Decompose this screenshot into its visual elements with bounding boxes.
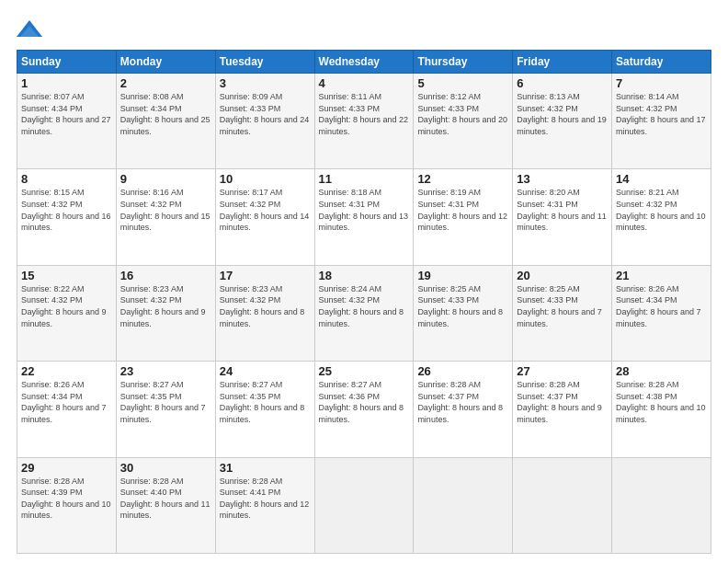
day-info: Sunrise: 8:28 AMSunset: 4:37 PMDaylight:… (417, 380, 503, 424)
header (17, 17, 711, 42)
calendar-cell: 9 Sunrise: 8:16 AMSunset: 4:32 PMDayligh… (116, 169, 215, 265)
calendar-week-2: 15 Sunrise: 8:22 AMSunset: 4:32 PMDaylig… (17, 265, 711, 361)
calendar-cell: 26 Sunrise: 8:28 AMSunset: 4:37 PMDaylig… (414, 362, 513, 457)
day-number: 7 (616, 76, 707, 90)
day-info: Sunrise: 8:28 AMSunset: 4:41 PMDaylight:… (220, 477, 310, 521)
day-info: Sunrise: 8:25 AMSunset: 4:33 PMDaylight:… (517, 284, 602, 328)
day-number: 9 (120, 172, 211, 186)
day-info: Sunrise: 8:28 AMSunset: 4:40 PMDaylight:… (120, 477, 210, 521)
calendar-cell: 30 Sunrise: 8:28 AMSunset: 4:40 PMDaylig… (116, 457, 215, 553)
day-number: 18 (319, 269, 410, 282)
calendar-week-0: 1 Sunrise: 8:07 AMSunset: 4:34 PMDayligh… (17, 74, 711, 169)
day-info: Sunrise: 8:14 AMSunset: 4:32 PMDaylight:… (616, 92, 706, 136)
day-number: 12 (417, 172, 508, 186)
day-info: Sunrise: 8:27 AMSunset: 4:36 PMDaylight:… (319, 380, 404, 424)
day-number: 20 (517, 269, 608, 282)
calendar-cell: 2 Sunrise: 8:08 AMSunset: 4:34 PMDayligh… (116, 74, 215, 169)
day-number: 6 (517, 76, 608, 90)
calendar-cell (414, 457, 513, 553)
calendar-cell: 1 Sunrise: 8:07 AMSunset: 4:34 PMDayligh… (17, 74, 117, 169)
day-info: Sunrise: 8:08 AMSunset: 4:34 PMDaylight:… (120, 92, 210, 136)
day-info: Sunrise: 8:24 AMSunset: 4:32 PMDaylight:… (319, 284, 404, 328)
day-info: Sunrise: 8:26 AMSunset: 4:34 PMDaylight:… (616, 284, 701, 328)
calendar-week-3: 22 Sunrise: 8:26 AMSunset: 4:34 PMDaylig… (17, 362, 711, 457)
calendar-cell: 4 Sunrise: 8:11 AMSunset: 4:33 PMDayligh… (314, 74, 414, 169)
day-info: Sunrise: 8:19 AMSunset: 4:31 PMDaylight:… (417, 188, 507, 232)
calendar-cell: 12 Sunrise: 8:19 AMSunset: 4:31 PMDaylig… (414, 169, 513, 265)
day-info: Sunrise: 8:17 AMSunset: 4:32 PMDaylight:… (220, 188, 310, 232)
day-info: Sunrise: 8:22 AMSunset: 4:32 PMDaylight:… (21, 284, 107, 328)
day-number: 21 (616, 269, 707, 282)
day-number: 4 (319, 76, 410, 90)
day-number: 2 (120, 76, 211, 90)
calendar-cell (314, 457, 414, 553)
calendar-cell: 20 Sunrise: 8:25 AMSunset: 4:33 PMDaylig… (513, 265, 612, 361)
calendar-cell (612, 457, 711, 553)
calendar-cell: 21 Sunrise: 8:26 AMSunset: 4:34 PMDaylig… (612, 265, 711, 361)
day-info: Sunrise: 8:11 AMSunset: 4:33 PMDaylight:… (319, 92, 409, 136)
day-number: 3 (220, 76, 311, 90)
calendar-cell (513, 457, 612, 553)
calendar-week-4: 29 Sunrise: 8:28 AMSunset: 4:39 PMDaylig… (17, 457, 711, 553)
day-number: 13 (517, 172, 608, 186)
day-info: Sunrise: 8:12 AMSunset: 4:33 PMDaylight:… (417, 92, 507, 136)
calendar-cell: 19 Sunrise: 8:25 AMSunset: 4:33 PMDaylig… (414, 265, 513, 361)
day-number: 14 (616, 172, 707, 186)
calendar-header-wednesday: Wednesday (314, 51, 414, 74)
day-info: Sunrise: 8:18 AMSunset: 4:31 PMDaylight:… (319, 188, 409, 232)
calendar-header-saturday: Saturday (612, 51, 711, 74)
day-number: 8 (21, 172, 112, 186)
calendar-header-sunday: Sunday (17, 51, 117, 74)
calendar-cell: 23 Sunrise: 8:27 AMSunset: 4:35 PMDaylig… (116, 362, 215, 457)
day-number: 31 (220, 461, 311, 475)
page: SundayMondayTuesdayWednesdayThursdayFrid… (0, 0, 728, 563)
calendar-cell: 5 Sunrise: 8:12 AMSunset: 4:33 PMDayligh… (414, 74, 513, 169)
day-number: 30 (120, 461, 211, 475)
day-info: Sunrise: 8:28 AMSunset: 4:38 PMDaylight:… (616, 380, 706, 424)
logo (17, 17, 46, 42)
day-number: 5 (417, 76, 508, 90)
calendar-header-thursday: Thursday (414, 51, 513, 74)
calendar-cell: 27 Sunrise: 8:28 AMSunset: 4:37 PMDaylig… (513, 362, 612, 457)
calendar-cell: 8 Sunrise: 8:15 AMSunset: 4:32 PMDayligh… (17, 169, 117, 265)
day-info: Sunrise: 8:15 AMSunset: 4:32 PMDaylight:… (21, 188, 111, 232)
logo-icon (17, 17, 42, 42)
day-number: 10 (220, 172, 311, 186)
day-number: 16 (120, 269, 211, 282)
calendar-cell: 16 Sunrise: 8:23 AMSunset: 4:32 PMDaylig… (116, 265, 215, 361)
calendar-cell: 14 Sunrise: 8:21 AMSunset: 4:32 PMDaylig… (612, 169, 711, 265)
day-number: 25 (319, 364, 410, 378)
day-number: 1 (21, 76, 112, 90)
day-number: 17 (220, 269, 311, 282)
calendar-body: 1 Sunrise: 8:07 AMSunset: 4:34 PMDayligh… (17, 74, 711, 554)
day-info: Sunrise: 8:28 AMSunset: 4:39 PMDaylight:… (21, 477, 111, 521)
calendar-header-tuesday: Tuesday (215, 51, 314, 74)
day-number: 15 (21, 269, 112, 282)
calendar-cell: 31 Sunrise: 8:28 AMSunset: 4:41 PMDaylig… (215, 457, 314, 553)
day-number: 11 (319, 172, 410, 186)
calendar-cell: 11 Sunrise: 8:18 AMSunset: 4:31 PMDaylig… (314, 169, 414, 265)
calendar-cell: 25 Sunrise: 8:27 AMSunset: 4:36 PMDaylig… (314, 362, 414, 457)
calendar-cell: 24 Sunrise: 8:27 AMSunset: 4:35 PMDaylig… (215, 362, 314, 457)
day-info: Sunrise: 8:25 AMSunset: 4:33 PMDaylight:… (417, 284, 503, 328)
day-info: Sunrise: 8:23 AMSunset: 4:32 PMDaylight:… (220, 284, 305, 328)
day-number: 24 (220, 364, 311, 378)
day-info: Sunrise: 8:20 AMSunset: 4:31 PMDaylight:… (517, 188, 607, 232)
day-info: Sunrise: 8:16 AMSunset: 4:32 PMDaylight:… (120, 188, 210, 232)
day-info: Sunrise: 8:27 AMSunset: 4:35 PMDaylight:… (120, 380, 206, 424)
calendar-cell: 3 Sunrise: 8:09 AMSunset: 4:33 PMDayligh… (215, 74, 314, 169)
day-number: 28 (616, 364, 707, 378)
calendar-table: SundayMondayTuesdayWednesdayThursdayFrid… (17, 50, 711, 554)
day-number: 27 (517, 364, 608, 378)
day-info: Sunrise: 8:07 AMSunset: 4:34 PMDaylight:… (21, 92, 111, 136)
day-info: Sunrise: 8:26 AMSunset: 4:34 PMDaylight:… (21, 380, 107, 424)
calendar-cell: 10 Sunrise: 8:17 AMSunset: 4:32 PMDaylig… (215, 169, 314, 265)
day-number: 29 (21, 461, 112, 475)
calendar-cell: 17 Sunrise: 8:23 AMSunset: 4:32 PMDaylig… (215, 265, 314, 361)
calendar-cell: 13 Sunrise: 8:20 AMSunset: 4:31 PMDaylig… (513, 169, 612, 265)
day-number: 23 (120, 364, 211, 378)
calendar-cell: 22 Sunrise: 8:26 AMSunset: 4:34 PMDaylig… (17, 362, 117, 457)
day-info: Sunrise: 8:27 AMSunset: 4:35 PMDaylight:… (220, 380, 305, 424)
calendar-cell: 6 Sunrise: 8:13 AMSunset: 4:32 PMDayligh… (513, 74, 612, 169)
day-info: Sunrise: 8:13 AMSunset: 4:32 PMDaylight:… (517, 92, 607, 136)
